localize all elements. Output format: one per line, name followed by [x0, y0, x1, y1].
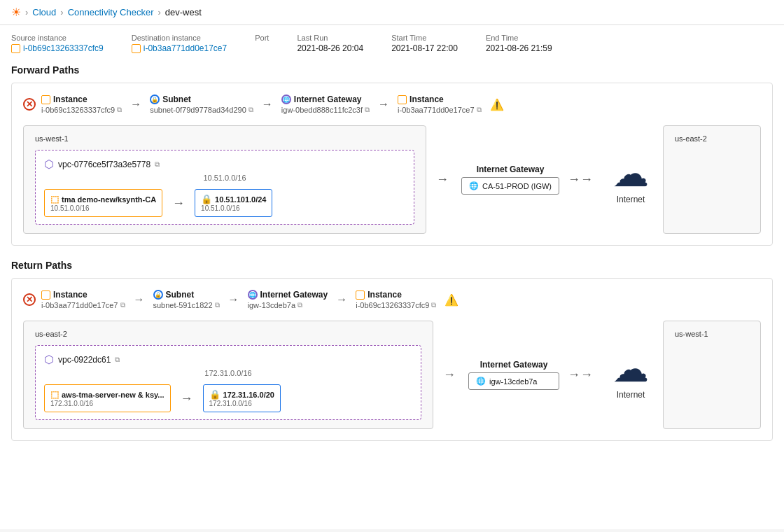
copy-icon-3[interactable]: ⧉	[365, 106, 370, 114]
return-error-icon: ✕	[23, 293, 36, 306]
destination-label: Destination instance	[132, 34, 227, 42]
flow-arrow-ret-igw1: →	[443, 368, 456, 382]
return-diagram: us-east-2 ⬡ vpc-0922dc61 ⧉ 172.31.0.0/16…	[23, 321, 761, 429]
return-instance-dst-icon	[356, 290, 365, 300]
port-label: Port	[255, 34, 269, 42]
return-internet-label: Internet	[617, 390, 645, 400]
return-warning-icon: ⚠️	[444, 293, 458, 307]
start-time-label: Start Time	[391, 34, 458, 42]
arrow3: →	[378, 98, 389, 111]
forward-igw-flow: → Internet Gateway 🌐 CA-51-PROD (IGW) → …	[426, 125, 598, 234]
return-igw-box: 🌐 igw-13cdeb7a	[468, 372, 559, 390]
arrow-r3: →	[336, 293, 347, 306]
arrow1: →	[130, 98, 141, 111]
breadcrumb-connectivity[interactable]: Connectivity Checker	[68, 7, 154, 18]
forward-node4-id: i-0b3aa771dd0e17ce7	[398, 106, 475, 114]
forward-paths-section: Forward Paths ✕ Instance i-0b69c13263337…	[11, 64, 773, 246]
port-meta: Port	[255, 34, 269, 43]
forward-right-region-label: us-east-2	[675, 134, 749, 143]
main-content: Source instance i-0b69c13263337cfc9 Dest…	[0, 25, 784, 529]
return-instance-label: aws-tma-server-new & ksy...	[62, 391, 164, 399]
return-subnet-box: 🔒 172.31.16.0/20 172.31.0.0/16	[203, 384, 281, 412]
breadcrumb-current: dev-west	[165, 7, 202, 18]
breadcrumb-cloud[interactable]: Cloud	[32, 7, 56, 18]
source-id[interactable]: i-0b69c13263337cfc9	[23, 43, 104, 53]
forward-node-subnet: 🔒 Subnet subnet-0f79d9778ad34d290 ⧉	[150, 94, 253, 114]
return-node4-type: Instance	[368, 290, 402, 300]
vpc-icon-fwd: ⬡	[44, 158, 54, 171]
return-node-subnet: 🔒 Subnet subnet-591c1822 ⧉	[153, 290, 220, 309]
flow-arrow-ret1: →	[181, 391, 193, 406]
vpc-icon-ret: ⬡	[44, 353, 54, 366]
forward-internet-cloud: ☁ Internet	[598, 125, 663, 234]
end-time-value: 2021-08-26 21:59	[486, 43, 552, 53]
flow-arrow-igw3: →	[580, 172, 593, 187]
copy-icon-4[interactable]: ⧉	[477, 106, 482, 114]
source-box-icon	[11, 44, 20, 53]
return-instance-src-icon	[41, 290, 50, 300]
forward-right-region: us-east-2	[663, 125, 761, 234]
return-node-igw: 🌐 Internet Gateway igw-13cdeb7a ⧉	[248, 290, 328, 309]
return-right-region: us-west-1	[663, 321, 761, 429]
igw-box-icon-ret: 🌐	[476, 377, 486, 386]
return-subnet-cidr: 172.31.16.0/20	[223, 391, 274, 399]
instance-box-icon-fwd: ⬚	[50, 194, 59, 204]
forward-instance-label: tma demo-new/ksynth-CA	[62, 195, 156, 204]
return-igw-flow: → Internet Gateway 🌐 igw-13cdeb7a → →	[433, 321, 598, 429]
destination-value: i-0b3aa771dd0e17ce7	[132, 43, 227, 53]
last-run-meta: Last Run 2021-08-26 20:04	[297, 34, 363, 53]
forward-internet-label: Internet	[617, 195, 645, 204]
copy-icon-r2[interactable]: ⧉	[215, 301, 220, 309]
forward-vpc-cidr: 10.51.0.0/16	[44, 174, 405, 182]
instance-box-icon-ret: ⬚	[50, 389, 59, 400]
subnet-icon-ret: 🔒	[153, 290, 163, 300]
last-run-label: Last Run	[297, 34, 363, 42]
arrow-r2: →	[228, 293, 239, 306]
copy-icon-2[interactable]: ⧉	[248, 106, 253, 114]
arrow-r1: →	[134, 293, 145, 306]
igw-icon-ret: 🌐	[248, 290, 258, 300]
forward-node1-id: i-0b69c13263337cfc9	[41, 106, 115, 114]
subnet-icon-fwd: 🔒	[150, 94, 160, 104]
flow-arrow-ret-igw3: →	[580, 368, 593, 382]
return-vpc-box: ⬡ vpc-0922dc61 ⧉ 172.31.0.0/16 ⬚ aws-tma…	[35, 345, 421, 420]
copy-vpc-icon-ret[interactable]: ⧉	[115, 356, 120, 364]
forward-node-instance-src: Instance i-0b69c13263337cfc9 ⧉	[41, 94, 122, 114]
forward-node-instance-dst: Instance i-0b3aa771dd0e17ce7 ⧉	[398, 94, 482, 114]
return-node1-id: i-0b3aa771dd0e17ce7	[41, 301, 118, 309]
return-path-nodes: ✕ Instance i-0b3aa771dd0e17ce7 ⧉ → 🔒	[23, 290, 761, 309]
copy-icon-r3[interactable]: ⧉	[298, 301, 302, 309]
copy-icon-1[interactable]: ⧉	[117, 106, 122, 114]
cloud-logo: ☀	[11, 6, 21, 19]
cloud-shape-fwd: ☁	[612, 155, 649, 192]
source-instance-meta: Source instance i-0b69c13263337cfc9	[11, 34, 104, 53]
destination-instance-meta: Destination instance i-0b3aa771dd0e17ce7	[132, 34, 227, 53]
forward-paths-box: ✕ Instance i-0b69c13263337cfc9 ⧉ → 🔒	[11, 83, 773, 246]
return-paths-title: Return Paths	[11, 260, 773, 271]
igw-icon-fwd: 🌐	[281, 94, 291, 104]
igw-box-icon-fwd: 🌐	[469, 181, 479, 190]
return-node1-type: Instance	[53, 290, 88, 300]
return-node4-id: i-0b69c13263337cfc9	[356, 301, 429, 309]
copy-icon-r1[interactable]: ⧉	[120, 301, 125, 309]
return-right-region-label: us-west-1	[675, 330, 749, 338]
breadcrumb-sep3: ›	[158, 7, 160, 18]
dest-box-icon	[132, 44, 141, 53]
instance-dst-icon	[398, 95, 407, 104]
forward-paths-title: Forward Paths	[11, 64, 773, 76]
destination-id[interactable]: i-0b3aa771dd0e17ce7	[144, 43, 227, 53]
copy-icon-r4[interactable]: ⧉	[431, 301, 436, 309]
forward-diagram: us-west-1 ⬡ vpc-0776ce5f73a3e5778 ⧉ 10.5…	[23, 125, 761, 234]
forward-vpc-box: ⬡ vpc-0776ce5f73a3e5778 ⧉ 10.51.0.0/16 ⬚…	[35, 150, 414, 225]
source-label: Source instance	[11, 34, 104, 42]
return-node3-id: igw-13cdeb7a	[248, 301, 296, 309]
flow-arrow1: →	[172, 196, 185, 211]
forward-subnet-cidr: 10.51.101.0/24	[215, 195, 266, 204]
breadcrumb-bar: ☀ › Cloud › Connectivity Checker › dev-w…	[0, 0, 784, 25]
return-node-instance-dst: Instance i-0b69c13263337cfc9 ⧉	[356, 290, 436, 309]
forward-node3-type: Internet Gateway	[294, 94, 362, 104]
return-left-region: us-east-2 ⬡ vpc-0922dc61 ⧉ 172.31.0.0/16…	[23, 321, 433, 429]
forward-igw-title: Internet Gateway	[477, 164, 545, 174]
instance-src-icon	[41, 95, 50, 104]
copy-vpc-icon[interactable]: ⧉	[155, 160, 160, 169]
